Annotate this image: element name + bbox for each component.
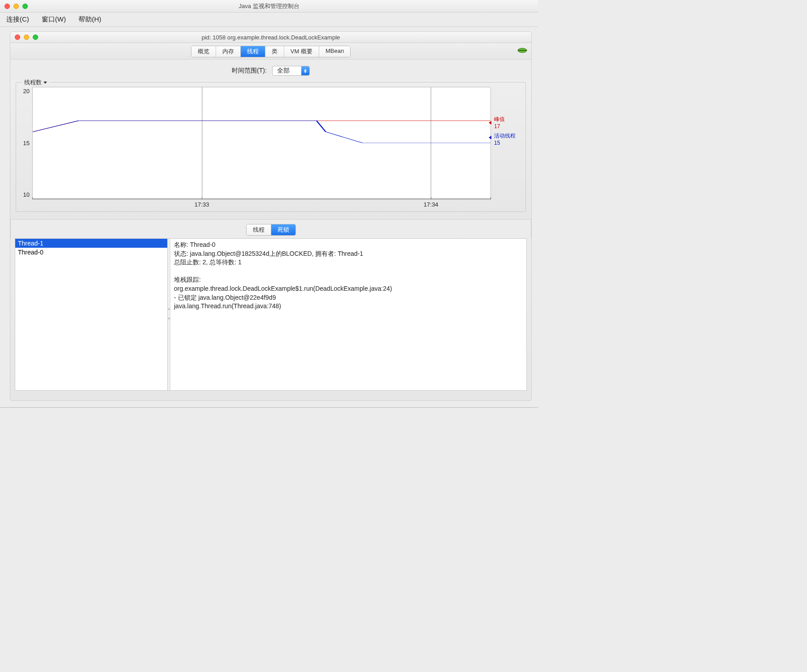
- app-titlebar: Java 监视和管理控制台: [0, 0, 538, 13]
- svg-rect-1: [518, 50, 527, 51]
- thread-detail: 名称: Thread-0 状态: java.lang.Object@182532…: [170, 239, 526, 390]
- menubar: 连接(C) 窗口(W) 帮助(H): [0, 13, 538, 27]
- minimize-icon[interactable]: [13, 4, 19, 9]
- menu-help[interactable]: 帮助(H): [78, 15, 101, 24]
- main-tabs-row: 概览 内存 线程 类 VM 概要 MBean: [10, 43, 532, 60]
- menu-window[interactable]: 窗口(W): [42, 15, 66, 24]
- tab-classes[interactable]: 类: [265, 46, 284, 57]
- connection-status-icon: [517, 47, 528, 56]
- dropdown-arrows-icon: [301, 66, 309, 75]
- tab-vm-summary[interactable]: VM 概要: [284, 46, 319, 57]
- menu-connect[interactable]: 连接(C): [6, 15, 29, 24]
- zoom-icon[interactable]: [33, 34, 38, 40]
- chart-legend: 峰值 17 活动线程 15: [490, 87, 522, 208]
- tab-threads[interactable]: 线程: [241, 46, 265, 57]
- splitter-handle[interactable]: [168, 239, 170, 390]
- tab-overview[interactable]: 概览: [191, 46, 216, 57]
- zoom-icon[interactable]: [22, 4, 28, 9]
- legend-peak: 峰值 17: [494, 116, 522, 129]
- chevron-down-icon: [43, 82, 47, 84]
- chart-y-axis: 20 15 10: [20, 87, 32, 208]
- minimize-icon[interactable]: [24, 34, 29, 40]
- thread-chart-panel: 线程数 20 15 10: [16, 82, 526, 212]
- chart-x-axis: 17:33 17:34: [32, 199, 490, 208]
- time-range-row: 时间范围(T): 全部: [10, 60, 532, 79]
- time-range-select[interactable]: 全部: [272, 66, 310, 76]
- tab-memory[interactable]: 内存: [216, 46, 241, 57]
- chart-title-dropdown[interactable]: 线程数: [22, 78, 50, 86]
- time-range-label: 时间范围(T):: [232, 67, 267, 75]
- list-item[interactable]: Thread-1: [15, 239, 167, 248]
- subtab-threads[interactable]: 线程: [247, 224, 271, 235]
- thread-list[interactable]: Thread-1 Thread-0: [15, 239, 168, 390]
- legend-live: 活动线程 15: [494, 132, 522, 146]
- app-title: Java 监视和管理控制台: [0, 2, 538, 10]
- close-icon[interactable]: [4, 4, 10, 9]
- close-icon[interactable]: [15, 34, 20, 40]
- subtab-deadlock[interactable]: 死锁: [271, 224, 295, 235]
- time-range-value: 全部: [273, 67, 301, 75]
- sub-tabs-row: 线程 死锁: [10, 220, 531, 238]
- process-titlebar: pid: 1058 org.example.thread.lock.DeadLo…: [10, 31, 532, 43]
- tab-mbean[interactable]: MBean: [319, 46, 350, 57]
- thread-count-chart: [32, 87, 490, 199]
- deadlock-panel: Thread-1 Thread-0 名称: Thread-0 状态: java.…: [15, 238, 527, 391]
- list-item[interactable]: Thread-0: [15, 248, 167, 257]
- process-title: pid: 1058 org.example.thread.lock.DeadLo…: [10, 34, 531, 41]
